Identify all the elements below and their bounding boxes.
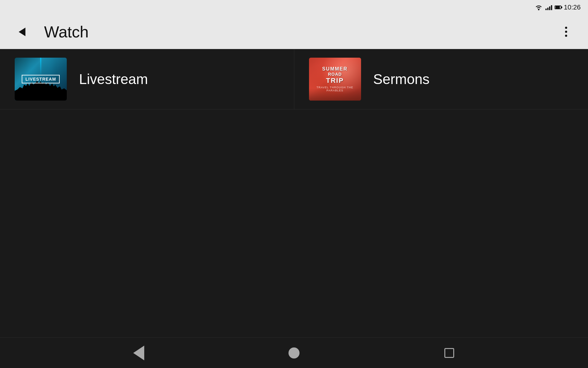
wifi-icon <box>534 4 543 10</box>
livestream-label: Livestream <box>79 71 148 87</box>
three-dots-icon <box>565 27 567 37</box>
trip-text: TRIP <box>312 77 358 85</box>
nav-recent-icon <box>444 348 454 358</box>
overflow-menu-button[interactable] <box>556 22 576 42</box>
signal-bars-icon <box>545 5 552 10</box>
main-content: LIVESTREAM Livestream SUMMER ROAD TRIP T… <box>0 49 588 337</box>
battery-icon <box>555 6 561 9</box>
items-list: LIVESTREAM Livestream SUMMER ROAD TRIP T… <box>0 49 588 109</box>
sermons-thumbnail: SUMMER ROAD TRIP TRAVEL THROUGH THE PARA… <box>309 58 361 101</box>
nav-back-button[interactable] <box>126 341 151 365</box>
nav-home-button[interactable] <box>282 341 306 365</box>
nav-recent-button[interactable] <box>437 341 462 365</box>
nav-back-icon <box>133 346 144 360</box>
livestream-badge: LIVESTREAM <box>22 75 60 83</box>
livestream-thumbnail: LIVESTREAM <box>15 58 67 101</box>
road-text: ROAD <box>312 72 358 77</box>
status-icons: 10:26 <box>534 3 581 11</box>
sub-text: TRAVEL THROUGH THE PARABLES <box>312 86 358 92</box>
nav-home-icon <box>288 347 300 358</box>
navigation-bar <box>0 337 588 368</box>
summer-text: SUMMER <box>312 66 358 72</box>
light-rays-icon <box>40 58 41 76</box>
sermons-label: Sermons <box>373 71 430 87</box>
app-bar: Watch <box>0 15 588 49</box>
road-trip-text: SUMMER ROAD TRIP TRAVEL THROUGH THE PARA… <box>312 66 358 92</box>
svg-point-0 <box>538 9 539 10</box>
back-button[interactable] <box>12 22 32 42</box>
list-item-sermons[interactable]: SUMMER ROAD TRIP TRAVEL THROUGH THE PARA… <box>294 49 588 109</box>
page-title: Watch <box>44 23 556 41</box>
back-arrow-icon <box>19 28 25 36</box>
status-bar: 10:26 <box>0 0 588 15</box>
list-item-livestream[interactable]: LIVESTREAM Livestream <box>0 49 294 109</box>
status-time: 10:26 <box>564 3 581 11</box>
